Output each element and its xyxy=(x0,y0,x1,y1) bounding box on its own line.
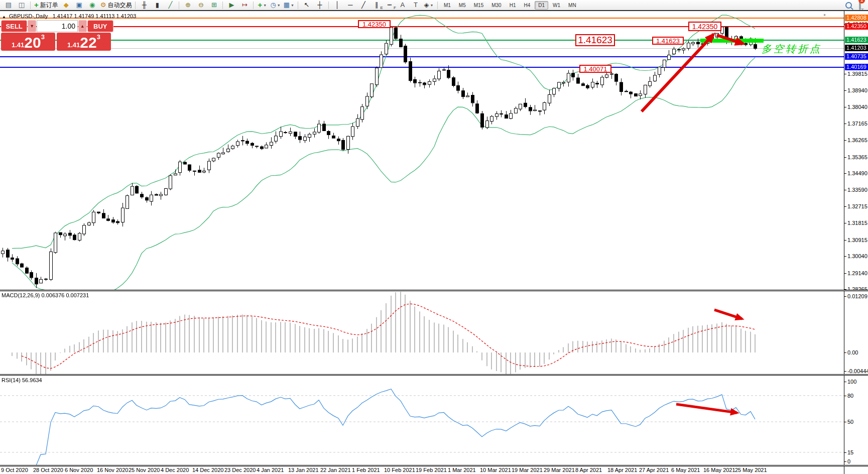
periods-button[interactable]: ◷▼ xyxy=(269,1,281,10)
price-label-feb-high[interactable]: 1.42350 xyxy=(358,20,391,28)
buy-price-display[interactable]: 1.41 22 3 xyxy=(57,33,111,51)
tile-windows-icon: ⊞ xyxy=(211,1,217,9)
timeframe-button-H4[interactable]: H4 xyxy=(520,1,534,10)
date-label-16-Nov-2020: 16 Nov 2020 xyxy=(97,467,128,473)
volume-input[interactable] xyxy=(37,20,78,32)
notifications-button[interactable]: 1 xyxy=(859,1,861,10)
price-chart-canvas[interactable] xyxy=(0,12,844,290)
toolbar-separator xyxy=(222,2,223,9)
date-label-6-Nov-2020: 6 Nov 2020 xyxy=(65,467,93,473)
buy-button[interactable]: BUY xyxy=(87,20,113,32)
date-label-19-Mar-2021: 19 Mar 2021 xyxy=(512,467,543,473)
metaeditor-icon: ◆ xyxy=(64,1,69,9)
chart-line-button[interactable]: ╱ xyxy=(164,1,176,10)
indicators-button[interactable]: +▼ xyxy=(256,1,268,10)
arrows-shapes-button[interactable]: ◈▼ xyxy=(423,1,435,10)
charts-list-button[interactable]: ▤ xyxy=(3,1,15,10)
green-highlight-bar[interactable] xyxy=(700,39,764,43)
axis-tick-1.38940: 1.38940 xyxy=(847,87,867,94)
zoom-out-button[interactable]: ⊖ xyxy=(195,1,207,10)
templates-button[interactable]: ▦▼ xyxy=(283,1,295,10)
panel-divider-dates[interactable] xyxy=(0,465,868,466)
fibonacci-button[interactable]: ┅F xyxy=(384,1,396,10)
toolbox-button[interactable]: ▣ xyxy=(73,1,85,10)
one-click-trading-panel: SELL ▼ ▲ BUY 1.41 20 3 1.41 22 3 xyxy=(1,20,113,51)
symbol-period-label: GBPUSD-,Daily xyxy=(9,13,48,19)
crosshair-button[interactable]: ┼ xyxy=(314,1,326,10)
date-label-9-Oct-2020: 9 Oct 2020 xyxy=(1,467,28,473)
new-order-icon: + xyxy=(34,1,39,9)
axis-tick-1.31815: 1.31815 xyxy=(847,220,867,226)
volume-decrease-button[interactable]: ▼ xyxy=(28,20,36,32)
rsi-axis-80: 80 xyxy=(847,393,853,399)
cursor-button[interactable]: ↖ xyxy=(301,1,313,10)
chart-candles-button[interactable]: ▮ xyxy=(151,1,163,10)
sell-price-display[interactable]: 1.41 20 3 xyxy=(1,33,55,51)
date-label-8-Apr-2021: 8 Apr 2021 xyxy=(575,467,602,473)
text-button[interactable]: A xyxy=(397,1,409,10)
text-label-button[interactable]: T xyxy=(410,1,422,10)
signals-button[interactable]: ◉ xyxy=(86,1,98,10)
panel-divider-macd[interactable] xyxy=(0,290,868,291)
turning-point-annotation[interactable]: 多空转折点 xyxy=(762,42,822,56)
macd-axis-0.01209: 0.01209 xyxy=(847,293,867,300)
macd-chart-canvas[interactable] xyxy=(0,292,844,374)
date-label-16-May-2021: 16 May 2021 xyxy=(703,467,735,473)
date-label-1-Feb-2021: 1 Feb 2021 xyxy=(352,467,380,473)
sell-button[interactable]: SELL xyxy=(1,20,27,32)
horizontal-line-button[interactable]: ─ xyxy=(344,1,356,10)
auto-scroll-button[interactable]: ▶ xyxy=(225,1,237,10)
timeframe-button-M30[interactable]: M30 xyxy=(488,1,505,10)
auto-scroll-icon: ▶ xyxy=(229,1,234,9)
timeframe-button-W1[interactable]: W1 xyxy=(549,1,564,10)
macd-label: MACD(12,26,9) 0.006376 0.007231 xyxy=(2,292,89,298)
trendline-icon: ╱ xyxy=(361,1,365,9)
toolbar-separator xyxy=(30,2,31,9)
chevron-down-icon: ▼ xyxy=(263,4,267,7)
date-label-6-May-2021: 6 May 2021 xyxy=(671,467,700,473)
ohlc-readout: 1.41417 1.41749 1.41113 1.41203 xyxy=(53,13,137,19)
price-label-support-small[interactable]: 1.41623 xyxy=(652,37,684,45)
equidistant-channel-button[interactable]: ∥E xyxy=(370,1,383,10)
price-label-support-large[interactable]: 1.41623 xyxy=(575,34,615,46)
timeframe-button-M5[interactable]: M5 xyxy=(455,1,469,10)
rsi-axis-100: 100 xyxy=(847,379,856,385)
timeframe-button-M15[interactable]: M15 xyxy=(470,1,487,10)
horizontal-line-icon: ─ xyxy=(348,1,352,9)
chart-shift-marker[interactable]: ▸ xyxy=(824,12,826,17)
toolbar-separator xyxy=(298,2,298,9)
volume-increase-button[interactable]: ▲ xyxy=(78,20,87,32)
data-window-button[interactable]: ◫ xyxy=(16,1,28,10)
axis-tick-1.34490: 1.34490 xyxy=(847,170,867,177)
price-label-may-high[interactable]: 1.42350 xyxy=(688,22,721,31)
timeframe-button-MN[interactable]: MN xyxy=(565,1,580,10)
collapse-triangle-icon[interactable]: ▲ xyxy=(2,15,6,19)
new-order-button[interactable]: +新订单 xyxy=(33,1,59,10)
chart-shift-button[interactable]: ↦ xyxy=(238,1,251,10)
search-icon[interactable] xyxy=(845,2,852,9)
new-order-label: 新订单 xyxy=(40,1,58,10)
zoom-in-button[interactable]: ⊕ xyxy=(182,1,194,10)
rsi-chart-canvas[interactable] xyxy=(0,376,844,465)
one-click-price-row: 1.41 20 3 1.41 22 3 xyxy=(1,33,113,51)
panel-divider-rsi[interactable] xyxy=(0,374,868,376)
chart-line-icon: ╱ xyxy=(169,1,173,9)
axis-tick-1.30915: 1.30915 xyxy=(847,237,867,244)
timeframe-button-M1[interactable]: M1 xyxy=(440,1,454,10)
signals-icon: ◉ xyxy=(89,1,95,9)
chart-candles-icon: ▮ xyxy=(156,1,159,9)
price-label-lower-support[interactable]: 1.40071 xyxy=(579,65,611,73)
rsi-axis-50: 50 xyxy=(847,419,853,425)
vertical-line-button[interactable]: │ xyxy=(331,1,343,10)
timeframe-button-H1[interactable]: H1 xyxy=(506,1,520,10)
date-label-23-Dec-2020: 23 Dec 2020 xyxy=(224,467,256,473)
toolbar-separator xyxy=(328,2,329,9)
axis-tick-1.37165: 1.37165 xyxy=(847,121,867,127)
trendline-button[interactable]: ╱ xyxy=(357,1,369,10)
crosshair-icon: ┼ xyxy=(317,1,322,9)
metaeditor-button[interactable]: ◆ xyxy=(60,1,72,10)
chart-bars-button[interactable]: ╫ xyxy=(138,1,150,10)
autotrading-button[interactable]: ⚙自动交易 xyxy=(99,1,133,10)
timeframe-button-D1[interactable]: D1 xyxy=(535,1,548,10)
tile-windows-button[interactable]: ⊞ xyxy=(208,1,220,10)
